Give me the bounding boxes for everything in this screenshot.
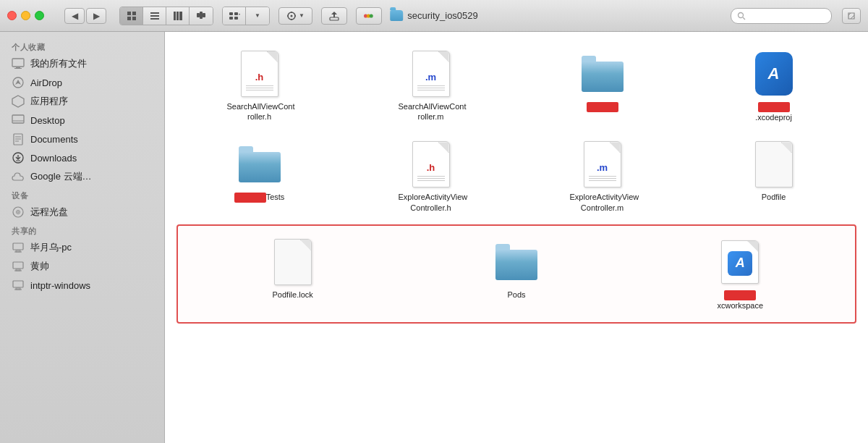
file-icon-explore-h: .h: [409, 140, 453, 189]
sidebar-label: 我的所有文件: [30, 57, 87, 70]
view-column-button[interactable]: [166, 7, 190, 25]
file-label: SearchAllViewController.h: [227, 101, 292, 122]
svg-rect-1: [132, 12, 136, 15]
svg-rect-6: [150, 18, 159, 20]
svg-rect-53: [13, 281, 23, 287]
svg-marker-34: [12, 96, 24, 107]
view-mode-buttons: [119, 7, 213, 25]
svg-rect-5: [150, 15, 159, 17]
svg-rect-47: [13, 243, 23, 250]
close-button[interactable]: [7, 11, 17, 20]
traffic-lights: [7, 11, 44, 20]
file-label: Tests: [234, 192, 285, 203]
sidebar-item-apps[interactable]: 应用程序: [0, 92, 164, 111]
sidebar-item-google[interactable]: Google 云端…: [0, 167, 164, 186]
svg-rect-0: [127, 12, 131, 15]
file-item-searchvc-m[interactable]: .m SearchAllViewController.m: [348, 43, 514, 128]
view-list-button[interactable]: [143, 7, 166, 25]
svg-rect-50: [13, 262, 23, 269]
title-folder-icon: [390, 10, 403, 21]
svg-marker-17: [239, 14, 240, 15]
file-icon-m: .m: [409, 49, 453, 98]
sidebar-section-devices: 设备: [0, 186, 164, 203]
desktop-icon: [12, 114, 25, 127]
minimize-button[interactable]: [21, 11, 30, 20]
file-icon-pods: [495, 237, 538, 287]
file-icon-folder1: [581, 49, 624, 98]
svg-rect-8: [176, 12, 179, 20]
file-item-explorevc-h[interactable]: .h ExploreActivityViewController.h: [348, 134, 514, 219]
file-item-xcworkspace[interactable]: A xcworkspace: [631, 232, 849, 316]
sidebar-item-all-files[interactable]: 我的所有文件: [0, 54, 164, 73]
file-icon-xcode: A: [752, 49, 796, 98]
sidebar-item-huang[interactable]: 黄帅: [0, 257, 164, 276]
sidebar-label: intptr-windows: [30, 280, 90, 291]
sidebar-item-remote-disk[interactable]: 远程光盘: [0, 203, 164, 222]
svg-rect-13: [229, 12, 233, 15]
svg-line-29: [743, 17, 745, 20]
tag-button[interactable]: [356, 7, 382, 25]
svg-rect-3: [132, 17, 136, 20]
svg-rect-32: [14, 68, 22, 69]
downloads-icon: [12, 151, 25, 164]
arrange-button[interactable]: [223, 7, 246, 25]
svg-rect-10: [197, 13, 200, 17]
sidebar-item-airdrop[interactable]: AirDrop: [0, 73, 164, 92]
file-label: Pods: [507, 290, 525, 300]
svg-rect-4: [150, 12, 159, 14]
back-button[interactable]: ◀: [64, 8, 85, 24]
file-label: Podfile: [762, 192, 786, 202]
main-layout: 个人收藏 我的所有文件 AirDrop 应用程序 Desktop: [0, 32, 868, 443]
file-label: SearchAllViewController.m: [399, 101, 464, 122]
file-item-podfile[interactable]: Podfile: [691, 134, 856, 219]
sidebar-item-documents[interactable]: Documents: [0, 130, 164, 148]
svg-point-27: [370, 14, 373, 17]
file-icon-podfile-lock: [271, 237, 315, 287]
forward-button[interactable]: ▶: [86, 8, 106, 24]
file-item-pods-folder[interactable]: Pods: [407, 232, 625, 316]
svg-point-28: [739, 12, 744, 17]
file-item-xcodeproj[interactable]: A .xcodeproj: [691, 43, 856, 128]
svg-rect-9: [179, 12, 182, 20]
svg-rect-14: [234, 12, 238, 15]
maximize-button[interactable]: [35, 11, 44, 20]
file-item-searchvc-h[interactable]: .h SearchAllViewController.h: [176, 43, 342, 128]
file-icon-podfile: [752, 140, 796, 189]
cd-icon: [12, 206, 25, 219]
file-item-explorevc-m[interactable]: .m ExploreActivityViewController.m: [519, 134, 685, 219]
view-coverflow-button[interactable]: [190, 7, 213, 25]
svg-rect-7: [174, 12, 176, 20]
search-box[interactable]: [731, 8, 832, 24]
file-content: .h SearchAllViewController.h .m SearchAl…: [165, 32, 868, 443]
file-item-tests-folder[interactable]: Tests: [176, 134, 342, 219]
file-icon-explore-m: .m: [581, 140, 624, 189]
arrange-dropdown[interactable]: ▼: [246, 7, 269, 25]
selected-file-area: Podfile.lock Pods A: [176, 224, 856, 324]
resize-button[interactable]: [842, 8, 861, 24]
sidebar-item-banyuebird[interactable]: 毕月乌-pc: [0, 238, 164, 257]
file-label: [587, 101, 618, 112]
file-icon-tests-folder: [238, 140, 281, 189]
search-input[interactable]: [746, 11, 818, 21]
documents-icon: [12, 132, 25, 145]
sidebar-item-desktop[interactable]: Desktop: [0, 111, 164, 130]
svg-point-46: [17, 211, 19, 213]
view-icon-button[interactable]: [120, 7, 143, 25]
pc-icon-2: [12, 260, 25, 273]
share-button[interactable]: [321, 7, 347, 25]
window-title: security_ios0529: [390, 10, 478, 21]
svg-rect-24: [330, 17, 339, 20]
search-icon: [737, 12, 746, 20]
action-button[interactable]: ▼: [278, 7, 312, 25]
file-label: xcworkspace: [707, 290, 773, 311]
sidebar: 个人收藏 我的所有文件 AirDrop 应用程序 Desktop: [0, 32, 165, 443]
sidebar-label: 黄帅: [30, 260, 49, 273]
sidebar-item-intptr[interactable]: intptr-windows: [0, 276, 164, 295]
file-item-folder1[interactable]: [519, 43, 685, 128]
file-item-podfile-lock[interactable]: Podfile.lock: [184, 232, 401, 316]
svg-rect-35: [12, 115, 24, 123]
cloud-icon: [12, 170, 25, 183]
sidebar-item-downloads[interactable]: Downloads: [0, 148, 164, 167]
sidebar-label: Documents: [30, 134, 78, 145]
sidebar-label: 远程光盘: [30, 206, 68, 219]
